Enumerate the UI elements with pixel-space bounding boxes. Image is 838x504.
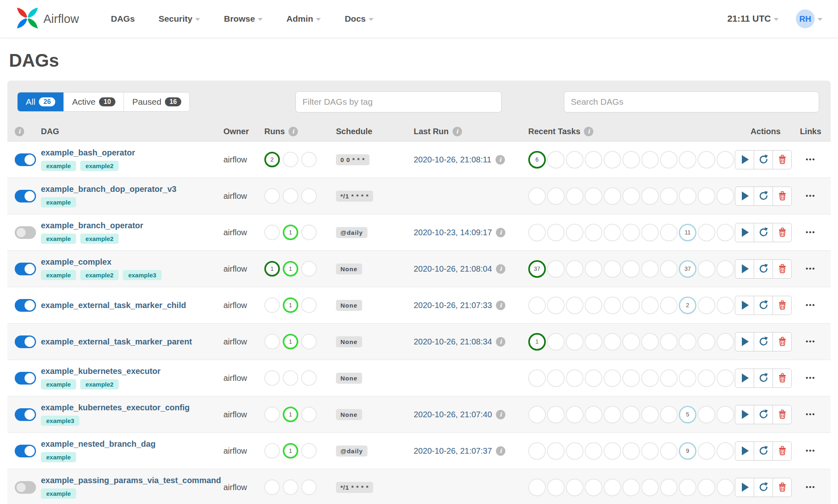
last-run-link[interactable]: 2020-10-23, 14:09:17: [414, 228, 492, 237]
links-menu-button[interactable]: •••: [803, 264, 818, 273]
last-run-link[interactable]: 2020-10-26, 21:08:11: [414, 155, 491, 164]
search-input[interactable]: [564, 91, 819, 112]
utc-clock-dropdown[interactable]: 21:11 UTC: [728, 14, 779, 24]
task-circle-success[interactable]: 6: [528, 151, 546, 169]
links-menu-button[interactable]: •••: [803, 155, 818, 164]
run-circle-success[interactable]: 2: [264, 152, 280, 167]
delete-dag-button[interactable]: [773, 150, 792, 169]
trigger-dag-button[interactable]: [735, 223, 754, 242]
dag-tag[interactable]: example2: [80, 270, 119, 280]
links-menu-button[interactable]: •••: [803, 228, 818, 237]
dag-link[interactable]: example_branch_operator: [41, 221, 143, 230]
links-menu-button[interactable]: •••: [803, 410, 818, 419]
task-circle-success[interactable]: 37: [528, 260, 546, 278]
refresh-dag-button[interactable]: [754, 187, 773, 206]
refresh-dag-button[interactable]: [754, 223, 773, 242]
delete-dag-button[interactable]: [773, 332, 792, 351]
delete-dag-button[interactable]: [773, 405, 792, 424]
dag-tag[interactable]: example: [41, 488, 76, 499]
dag-link[interactable]: example_external_task_marker_child: [41, 301, 186, 310]
dag-tag[interactable]: example: [41, 234, 76, 244]
last-run-link[interactable]: 2020-10-26, 21:07:33: [414, 301, 492, 310]
last-run-link[interactable]: 2020-10-26, 21:08:34: [414, 337, 492, 346]
avatar[interactable]: RH: [796, 9, 815, 28]
refresh-dag-button[interactable]: [754, 369, 773, 388]
dag-tag[interactable]: example: [41, 270, 76, 280]
task-circle-none[interactable]: 2: [679, 297, 696, 314]
tab-paused[interactable]: Paused 16: [124, 92, 189, 111]
dag-tag[interactable]: example: [41, 161, 76, 171]
tag-filter-input[interactable]: [295, 91, 502, 112]
refresh-dag-button[interactable]: [754, 478, 773, 497]
links-menu-button[interactable]: •••: [803, 446, 818, 455]
refresh-dag-button[interactable]: [754, 405, 773, 424]
refresh-dag-button[interactable]: [754, 150, 773, 169]
task-circle-success[interactable]: 1: [528, 333, 546, 351]
last-run-link[interactable]: 2020-10-26, 21:07:37: [414, 446, 492, 456]
nav-item-admin[interactable]: Admin: [286, 14, 321, 24]
dag-link[interactable]: example_branch_dop_operator_v3: [41, 184, 176, 194]
delete-dag-button[interactable]: [773, 441, 792, 461]
trigger-dag-button[interactable]: [735, 296, 754, 315]
delete-dag-button[interactable]: [773, 296, 792, 315]
trigger-dag-button[interactable]: [735, 150, 754, 169]
run-circle-running[interactable]: 1: [283, 297, 298, 313]
delete-dag-button[interactable]: [773, 223, 792, 242]
refresh-dag-button[interactable]: [754, 332, 773, 351]
run-circle-running[interactable]: 1: [283, 443, 298, 459]
tab-all[interactable]: All 26: [18, 92, 63, 111]
pause-toggle[interactable]: [15, 263, 36, 275]
trigger-dag-button[interactable]: [735, 332, 754, 351]
dag-tag[interactable]: example2: [80, 161, 119, 171]
links-menu-button[interactable]: •••: [803, 337, 818, 346]
pause-toggle[interactable]: [15, 445, 36, 457]
dag-link[interactable]: example_complex: [41, 257, 111, 266]
dag-link[interactable]: example_kubernetes_executor_config: [41, 403, 190, 412]
pause-toggle[interactable]: [15, 335, 36, 348]
links-menu-button[interactable]: •••: [803, 374, 818, 382]
refresh-dag-button[interactable]: [754, 296, 773, 315]
dag-link[interactable]: example_external_task_marker_parent: [41, 337, 192, 346]
dag-tag[interactable]: example3: [123, 270, 161, 280]
dag-link[interactable]: example_bash_operator: [41, 148, 135, 157]
user-menu[interactable]: RH: [796, 9, 822, 28]
trigger-dag-button[interactable]: [735, 259, 754, 279]
pause-toggle[interactable]: [15, 190, 36, 202]
delete-dag-button[interactable]: [773, 187, 792, 206]
dag-link[interactable]: example_passing_params_via_test_command: [41, 476, 221, 485]
trigger-dag-button[interactable]: [735, 441, 754, 461]
pause-toggle[interactable]: [15, 153, 36, 166]
trigger-dag-button[interactable]: [735, 478, 754, 497]
brand[interactable]: Airflow: [16, 6, 79, 32]
delete-dag-button[interactable]: [773, 478, 792, 497]
task-circle-none[interactable]: 11: [679, 224, 696, 241]
delete-dag-button[interactable]: [773, 369, 792, 388]
tab-active[interactable]: Active 10: [63, 92, 124, 111]
dag-link[interactable]: example_kubernetes_executor: [41, 367, 160, 376]
trigger-dag-button[interactable]: [735, 369, 754, 388]
trigger-dag-button[interactable]: [735, 405, 754, 424]
pause-toggle[interactable]: [15, 226, 36, 239]
pause-toggle[interactable]: [15, 481, 36, 494]
dag-tag[interactable]: example: [41, 379, 76, 389]
task-circle-none[interactable]: 37: [679, 260, 696, 278]
pause-toggle[interactable]: [15, 299, 36, 312]
last-run-link[interactable]: 2020-10-26, 21:07:40: [414, 410, 492, 419]
dag-tag[interactable]: example: [41, 452, 76, 462]
task-circle-none[interactable]: 5: [679, 406, 696, 423]
nav-item-docs[interactable]: Docs: [345, 14, 373, 24]
run-circle-success[interactable]: 1: [264, 261, 280, 277]
dag-link[interactable]: example_nested_branch_dag: [41, 439, 155, 448]
links-menu-button[interactable]: •••: [803, 191, 818, 200]
dag-tag[interactable]: example: [41, 197, 76, 207]
pause-toggle[interactable]: [15, 408, 36, 421]
refresh-dag-button[interactable]: [754, 259, 773, 279]
task-circle-none[interactable]: 9: [679, 442, 696, 460]
nav-item-dags[interactable]: DAGs: [111, 14, 135, 24]
dag-tag[interactable]: example2: [80, 379, 119, 389]
links-menu-button[interactable]: •••: [803, 301, 818, 310]
run-circle-running[interactable]: 1: [283, 334, 298, 349]
last-run-link[interactable]: 2020-10-26, 21:08:04: [414, 264, 492, 274]
dag-tag[interactable]: example2: [80, 234, 119, 244]
dag-tag[interactable]: example3: [41, 416, 79, 426]
